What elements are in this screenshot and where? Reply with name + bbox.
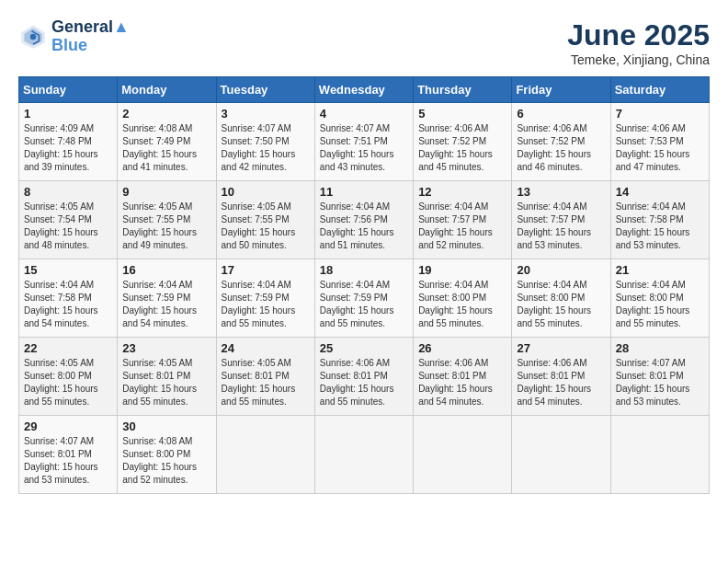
- day-info: Sunrise: 4:06 AM Sunset: 8:01 PM Dayligh…: [517, 357, 605, 408]
- day-number: 18: [320, 263, 408, 277]
- calendar-cell: 23Sunrise: 4:05 AM Sunset: 8:01 PM Dayli…: [118, 338, 216, 416]
- day-info: Sunrise: 4:04 AM Sunset: 7:56 PM Dayligh…: [320, 201, 408, 252]
- calendar-cell: 21Sunrise: 4:04 AM Sunset: 8:00 PM Dayli…: [610, 259, 709, 338]
- day-number: 28: [616, 341, 704, 355]
- day-number: 27: [517, 341, 605, 355]
- weekday-header-row: SundayMondayTuesdayWednesdayThursdayFrid…: [19, 77, 710, 103]
- calendar-cell: 6Sunrise: 4:06 AM Sunset: 7:52 PM Daylig…: [512, 103, 610, 181]
- day-number: 15: [24, 263, 112, 277]
- day-number: 7: [616, 107, 704, 121]
- calendar-cell: 20Sunrise: 4:04 AM Sunset: 8:00 PM Dayli…: [512, 259, 610, 338]
- day-number: 6: [517, 107, 605, 121]
- day-number: 13: [517, 185, 605, 199]
- day-info: Sunrise: 4:08 AM Sunset: 7:49 PM Dayligh…: [122, 122, 210, 174]
- weekday-header-saturday: Saturday: [610, 77, 709, 103]
- calendar-cell: 5Sunrise: 4:06 AM Sunset: 7:52 PM Daylig…: [414, 103, 512, 181]
- day-info: Sunrise: 4:06 AM Sunset: 8:01 PM Dayligh…: [320, 357, 408, 408]
- calendar-week-4: 22Sunrise: 4:05 AM Sunset: 8:00 PM Dayli…: [19, 338, 710, 416]
- title-area: June 2025 Temeke, Xinjiang, China: [567, 18, 710, 67]
- day-number: 30: [122, 419, 210, 433]
- calendar-cell: 8Sunrise: 4:05 AM Sunset: 7:54 PM Daylig…: [19, 181, 118, 259]
- calendar-week-5: 29Sunrise: 4:07 AM Sunset: 8:01 PM Dayli…: [19, 416, 710, 494]
- calendar-week-3: 15Sunrise: 4:04 AM Sunset: 7:58 PM Dayli…: [19, 259, 710, 338]
- day-number: 16: [122, 263, 210, 277]
- logo-text: General▲ Blue: [51, 18, 130, 55]
- day-info: Sunrise: 4:04 AM Sunset: 8:00 PM Dayligh…: [418, 279, 506, 330]
- calendar-cell: 12Sunrise: 4:04 AM Sunset: 7:57 PM Dayli…: [414, 181, 512, 259]
- day-info: Sunrise: 4:05 AM Sunset: 8:01 PM Dayligh…: [222, 357, 310, 408]
- calendar-body: 1Sunrise: 4:09 AM Sunset: 7:48 PM Daylig…: [19, 103, 710, 494]
- day-number: 17: [222, 263, 310, 277]
- day-info: Sunrise: 4:06 AM Sunset: 7:53 PM Dayligh…: [616, 122, 704, 174]
- day-info: Sunrise: 4:05 AM Sunset: 7:54 PM Dayligh…: [24, 201, 112, 252]
- calendar-cell: 10Sunrise: 4:05 AM Sunset: 7:55 PM Dayli…: [216, 181, 314, 259]
- day-info: Sunrise: 4:06 AM Sunset: 7:52 PM Dayligh…: [418, 122, 506, 174]
- calendar-cell: 29Sunrise: 4:07 AM Sunset: 8:01 PM Dayli…: [19, 416, 118, 494]
- day-number: 25: [320, 341, 408, 355]
- calendar-cell: [216, 416, 314, 494]
- day-info: Sunrise: 4:04 AM Sunset: 8:00 PM Dayligh…: [616, 279, 704, 330]
- day-number: 29: [24, 419, 112, 433]
- calendar-cell: 28Sunrise: 4:07 AM Sunset: 8:01 PM Dayli…: [610, 338, 709, 416]
- weekday-header-tuesday: Tuesday: [216, 77, 314, 103]
- day-info: Sunrise: 4:06 AM Sunset: 8:01 PM Dayligh…: [418, 357, 506, 408]
- calendar-cell: 26Sunrise: 4:06 AM Sunset: 8:01 PM Dayli…: [414, 338, 512, 416]
- day-info: Sunrise: 4:04 AM Sunset: 7:59 PM Dayligh…: [320, 279, 408, 330]
- day-number: 1: [24, 107, 112, 121]
- calendar-cell: 1Sunrise: 4:09 AM Sunset: 7:48 PM Daylig…: [19, 103, 118, 181]
- day-info: Sunrise: 4:09 AM Sunset: 7:48 PM Dayligh…: [24, 122, 112, 174]
- weekday-header-monday: Monday: [118, 77, 216, 103]
- calendar-cell: 30Sunrise: 4:08 AM Sunset: 8:00 PM Dayli…: [118, 416, 216, 494]
- calendar-cell: 18Sunrise: 4:04 AM Sunset: 7:59 PM Dayli…: [314, 259, 413, 338]
- calendar-cell: 16Sunrise: 4:04 AM Sunset: 7:59 PM Dayli…: [118, 259, 216, 338]
- calendar-week-1: 1Sunrise: 4:09 AM Sunset: 7:48 PM Daylig…: [19, 103, 710, 181]
- calendar-cell: 27Sunrise: 4:06 AM Sunset: 8:01 PM Dayli…: [512, 338, 610, 416]
- svg-point-2: [30, 34, 36, 40]
- weekday-header-friday: Friday: [512, 77, 610, 103]
- day-info: Sunrise: 4:04 AM Sunset: 7:59 PM Dayligh…: [122, 279, 210, 330]
- day-number: 3: [222, 107, 310, 121]
- logo: General▲ Blue: [18, 18, 130, 55]
- calendar-cell: 17Sunrise: 4:04 AM Sunset: 7:59 PM Dayli…: [216, 259, 314, 338]
- calendar-cell: 11Sunrise: 4:04 AM Sunset: 7:56 PM Dayli…: [314, 181, 413, 259]
- day-info: Sunrise: 4:08 AM Sunset: 8:00 PM Dayligh…: [122, 435, 210, 487]
- month-title: June 2025: [567, 18, 710, 52]
- calendar-cell: 7Sunrise: 4:06 AM Sunset: 7:53 PM Daylig…: [610, 103, 709, 181]
- day-info: Sunrise: 4:05 AM Sunset: 7:55 PM Dayligh…: [222, 201, 310, 252]
- day-info: Sunrise: 4:07 AM Sunset: 8:01 PM Dayligh…: [24, 435, 112, 487]
- calendar-cell: 19Sunrise: 4:04 AM Sunset: 8:00 PM Dayli…: [414, 259, 512, 338]
- calendar-cell: 22Sunrise: 4:05 AM Sunset: 8:00 PM Dayli…: [19, 338, 118, 416]
- calendar-cell: 25Sunrise: 4:06 AM Sunset: 8:01 PM Dayli…: [314, 338, 413, 416]
- calendar-cell: [512, 416, 610, 494]
- day-number: 11: [320, 185, 408, 199]
- day-info: Sunrise: 4:07 AM Sunset: 7:50 PM Dayligh…: [222, 122, 310, 174]
- calendar-cell: 3Sunrise: 4:07 AM Sunset: 7:50 PM Daylig…: [216, 103, 314, 181]
- calendar-cell: 14Sunrise: 4:04 AM Sunset: 7:58 PM Dayli…: [610, 181, 709, 259]
- day-info: Sunrise: 4:04 AM Sunset: 7:59 PM Dayligh…: [222, 279, 310, 330]
- calendar-cell: 9Sunrise: 4:05 AM Sunset: 7:55 PM Daylig…: [118, 181, 216, 259]
- day-number: 21: [616, 263, 704, 277]
- location-title: Temeke, Xinjiang, China: [567, 52, 710, 67]
- day-info: Sunrise: 4:04 AM Sunset: 7:58 PM Dayligh…: [24, 279, 112, 330]
- day-number: 23: [122, 341, 210, 355]
- day-number: 4: [320, 107, 408, 121]
- calendar-cell: [314, 416, 413, 494]
- calendar-cell: 13Sunrise: 4:04 AM Sunset: 7:57 PM Dayli…: [512, 181, 610, 259]
- day-number: 2: [122, 107, 210, 121]
- day-info: Sunrise: 4:04 AM Sunset: 8:00 PM Dayligh…: [517, 279, 605, 330]
- day-info: Sunrise: 4:07 AM Sunset: 8:01 PM Dayligh…: [616, 357, 704, 408]
- day-info: Sunrise: 4:04 AM Sunset: 7:58 PM Dayligh…: [616, 201, 704, 252]
- weekday-header-wednesday: Wednesday: [314, 77, 413, 103]
- day-number: 5: [418, 107, 506, 121]
- day-number: 26: [418, 341, 506, 355]
- calendar-cell: 2Sunrise: 4:08 AM Sunset: 7:49 PM Daylig…: [118, 103, 216, 181]
- day-number: 24: [222, 341, 310, 355]
- day-info: Sunrise: 4:05 AM Sunset: 7:55 PM Dayligh…: [122, 201, 210, 252]
- calendar-cell: [610, 416, 709, 494]
- day-info: Sunrise: 4:05 AM Sunset: 8:00 PM Dayligh…: [24, 357, 112, 408]
- calendar-cell: 4Sunrise: 4:07 AM Sunset: 7:51 PM Daylig…: [314, 103, 413, 181]
- day-number: 20: [517, 263, 605, 277]
- page-header: General▲ Blue June 2025 Temeke, Xinjiang…: [18, 18, 710, 67]
- day-info: Sunrise: 4:05 AM Sunset: 8:01 PM Dayligh…: [122, 357, 210, 408]
- day-info: Sunrise: 4:07 AM Sunset: 7:51 PM Dayligh…: [320, 122, 408, 174]
